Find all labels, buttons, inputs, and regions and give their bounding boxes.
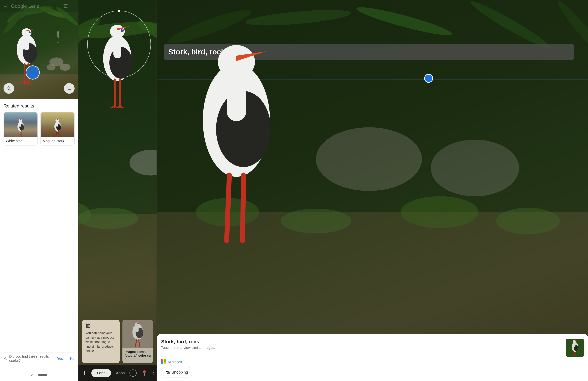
nav-bar: ‹ — [0, 369, 78, 381]
panel-google-lens: ← Google Lens 🖼 ⋮ — [0, 0, 79, 381]
card-image-icon: 🖼 — [85, 323, 91, 329]
result-view-similar[interactable]: Touch here to view similar images. — [161, 346, 563, 350]
lens-tab[interactable]: Lens — [91, 369, 111, 377]
svg-point-21 — [30, 31, 31, 32]
feedback-yes-button[interactable]: Yes — [57, 357, 63, 361]
svg-line-45 — [59, 132, 59, 137]
svg-point-11 — [57, 31, 59, 34]
svg-line-24 — [20, 81, 25, 84]
svg-line-104 — [243, 175, 243, 241]
svg-marker-36 — [20, 118, 24, 120]
microsoft-logo — [161, 359, 166, 364]
result-cards: White stork Maguari stork — [3, 112, 75, 146]
result-image — [123, 320, 153, 348]
result-top-row: Stork, bird, rock Touch here to view sim… — [161, 339, 584, 357]
svg-point-20 — [29, 31, 31, 33]
shopping-label: Shopping — [171, 370, 188, 375]
results-section: Related results White stork — [0, 99, 78, 369]
nav-back-button[interactable]: ‹ — [152, 370, 154, 376]
maguari-stork-card[interactable]: Maguari stork — [41, 112, 75, 146]
result-card: Stork, bird, rock Touch here to view sim… — [157, 334, 588, 381]
white-stork-thumbnail — [4, 112, 38, 137]
shopping-tip-card[interactable]: 🖼 You can point your camera at a product… — [82, 320, 120, 363]
bottom-cards: 🖼 You can point your camera at a product… — [79, 320, 157, 363]
ms-logo-q1 — [161, 359, 164, 362]
shopping-button[interactable]: 🛍 Shopping — [161, 367, 192, 378]
pause-button[interactable]: ⏸ — [81, 370, 86, 376]
svg-point-102 — [249, 56, 252, 59]
svg-line-103 — [227, 175, 229, 241]
svg-point-65 — [121, 29, 124, 32]
svg-line-31 — [10, 89, 11, 90]
svg-point-94 — [401, 196, 479, 228]
result-title: Stork, bird, rock — [161, 339, 563, 345]
image-result-card[interactable]: Imagini pentru fotografi color cu r... — [123, 320, 153, 363]
crop-button[interactable] — [64, 83, 75, 94]
location-icon[interactable]: 📍 — [141, 370, 147, 376]
thumbnail-image — [566, 339, 584, 357]
nav-home-indicator[interactable] — [38, 374, 47, 376]
selection-indicator[interactable] — [26, 66, 40, 80]
feedback-section: ⚠ Did you find these results useful? Yes… — [3, 353, 75, 364]
panel-bing-result: Stork, bird, rock Stork, bird, rock Touc… — [157, 0, 588, 381]
ms-logo-q4 — [164, 362, 166, 364]
svg-point-56 — [79, 208, 138, 229]
search-button[interactable] — [3, 83, 14, 94]
result-thumbnail[interactable] — [566, 339, 584, 357]
panel-camera-lens: Bird — [79, 0, 157, 381]
stork-large-image — [175, 14, 298, 244]
svg-line-29 — [28, 81, 32, 85]
white-stork-card[interactable]: White stork — [3, 112, 38, 146]
nav-back-button[interactable]: ‹ — [31, 372, 33, 378]
stork-main-image — [93, 11, 142, 108]
result-text-content: Stork, bird, rock Touch here to view sim… — [161, 339, 563, 350]
results-title: Related results — [3, 103, 75, 109]
svg-point-95 — [496, 208, 560, 234]
svg-rect-34 — [20, 121, 21, 127]
apps-tab[interactable]: Apps — [116, 371, 125, 375]
shopping-tip-text: You can point your camera at a product w… — [85, 331, 116, 353]
svg-line-74 — [120, 106, 124, 108]
ms-logo-q2 — [164, 359, 166, 362]
svg-point-7 — [60, 64, 70, 71]
photo-area: ← Google Lens 🖼 ⋮ — [0, 0, 78, 99]
image-result-label: Imagini pentru fotografi color cu r... — [123, 348, 153, 363]
svg-point-99 — [218, 45, 255, 79]
white-stork-label: White stork — [4, 137, 38, 145]
camera-nav-bar: ⏸ Lens Apps 📍 ‹ — [79, 365, 157, 381]
maguari-stork-label: Maguari stork — [41, 137, 74, 145]
svg-rect-108 — [574, 342, 575, 347]
svg-line-44 — [56, 132, 57, 137]
feedback-question: Did you find these results useful? — [9, 355, 55, 363]
shopping-bag-icon: 🛍 — [166, 370, 170, 375]
svg-point-66 — [122, 29, 123, 30]
svg-line-69 — [109, 106, 115, 108]
svg-point-89 — [316, 127, 422, 191]
feedback-icon: ⚠ — [3, 356, 7, 361]
svg-point-90 — [431, 140, 519, 196]
selection-dot — [424, 74, 433, 83]
ms-logo-q3 — [161, 362, 164, 364]
svg-rect-41 — [56, 121, 58, 127]
feedback-no-button[interactable]: No — [70, 357, 75, 361]
home-button[interactable] — [129, 370, 137, 377]
svg-point-8 — [47, 64, 56, 70]
source-microsoft: Microsoft — [161, 359, 584, 364]
maguari-stork-thumbnail — [41, 112, 74, 137]
svg-rect-78 — [136, 326, 139, 332]
microsoft-label: Microsoft — [168, 360, 182, 364]
lens-tab-label: Lens — [91, 369, 111, 377]
